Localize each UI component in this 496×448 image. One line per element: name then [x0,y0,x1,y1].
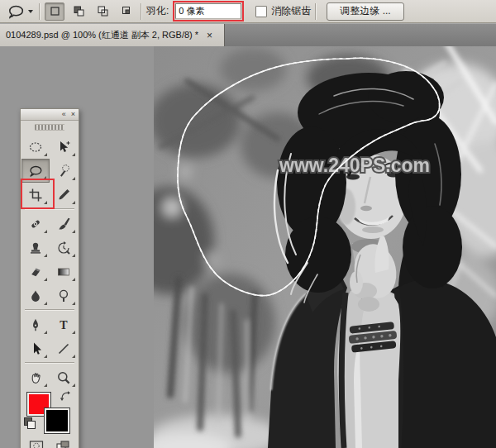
elliptical-marquee-icon [28,140,43,155]
eraser-icon [28,265,43,279]
screen-mode-icon [55,439,71,448]
pen-icon [28,317,43,332]
screen-mode-button[interactable] [52,437,74,448]
eyedropper-icon [56,188,71,203]
path-selection-tool[interactable] [21,336,50,360]
add-to-selection-icon [72,4,86,18]
quick-selection-icon [56,164,71,179]
subtract-from-selection-icon [96,4,110,18]
new-selection-icon [48,4,62,18]
photoshop-window: { "options_bar": { "active_tool": "lasso… [0,0,496,448]
tool-preset-dropdown-icon[interactable] [28,10,33,13]
separator [39,3,41,20]
bracelets [347,322,398,353]
dodge-icon [56,288,71,303]
move-icon [56,140,71,155]
pen-tool[interactable] [21,312,50,336]
crop-icon [28,188,43,203]
feather-annotation-box [173,1,244,21]
document-tab-bar: 0104289.psd @ 100% (红通道 副本 2, RGB/8) * × [0,23,496,46]
hand-icon [28,370,43,385]
panel-bottom-buttons [21,434,79,448]
intersect-with-selection-button[interactable] [117,2,136,21]
tools-panel-titlebar[interactable]: « × [21,109,79,121]
quick-mask-icon [28,439,45,448]
zoom-tool[interactable] [50,365,78,389]
blur-tool[interactable] [21,284,50,307]
zoom-icon [56,370,71,385]
gradient-tool[interactable] [50,260,78,284]
color-swatches [21,389,79,434]
active-tool-preview[interactable] [4,3,35,20]
subtract-from-selection-button[interactable] [93,2,112,21]
quick-selection-tool[interactable] [50,159,78,183]
new-selection-button[interactable] [45,2,64,21]
history-brush-tool[interactable] [50,236,78,260]
antialias-label: 消除锯齿 [271,4,311,18]
blur-icon [28,288,43,303]
intersect-with-selection-icon [120,4,134,18]
line-tool[interactable] [50,336,78,360]
photo-image: www.240PS.com [154,46,496,448]
separator [315,3,317,20]
tools-panel: « × [20,108,79,448]
spot-healing-brush-tool[interactable] [21,212,50,236]
feather-input[interactable] [175,3,241,19]
eraser-tool[interactable] [21,260,50,284]
tool-group-separator [25,309,74,311]
crop-tool[interactable] [21,183,50,207]
clone-stamp-icon [28,241,43,255]
brush-tool[interactable] [50,212,78,236]
document-tab[interactable]: 0104289.psd @ 100% (红通道 副本 2, RGB/8) * × [0,24,225,46]
path-selection-icon [28,341,43,356]
antialias-checkbox[interactable] [255,6,267,17]
tool-group-separator [25,362,74,364]
elliptical-marquee-tool[interactable] [21,135,50,159]
eyedropper-tool[interactable] [50,183,78,207]
close-panel-icon[interactable]: × [71,111,75,118]
history-brush-icon [56,241,71,255]
lasso-icon [6,3,26,20]
collapse-panel-icon[interactable]: « [62,111,66,118]
svg-text:T: T [60,318,68,331]
watermark: www.240PS.com [279,155,430,176]
document-title: 0104289.psd @ 100% (红通道 副本 2, RGB/8) * [6,29,198,41]
tools-grid: T [21,133,79,389]
tool-group-separator [25,208,74,210]
lasso-tool[interactable] [21,159,50,183]
gradient-icon [56,265,71,279]
move-tool[interactable] [50,135,78,159]
swap-colors-icon[interactable] [60,390,71,402]
tab-close-icon[interactable]: × [207,31,212,41]
canvas[interactable]: www.240PS.com [154,46,496,448]
lasso-icon [28,164,43,179]
clone-stamp-tool[interactable] [21,236,50,260]
quick-mask-mode-button[interactable] [26,437,48,448]
feather-label: 羽化: [146,4,169,18]
separator [141,3,142,20]
spot-healing-brush-icon [28,217,43,231]
panel-gripper[interactable] [21,121,79,133]
background-color-swatch[interactable] [44,407,70,434]
tool-options-bar: 羽化: 消除锯齿 调整边缘 ... [0,0,496,23]
brush-icon [56,217,71,231]
horizontal-type-tool[interactable]: T [50,312,78,336]
line-icon [56,341,71,356]
refine-edge-button[interactable]: 调整边缘 ... [327,2,403,21]
add-to-selection-button[interactable] [69,2,88,21]
default-colors-icon[interactable] [24,417,36,429]
horizontal-type-icon: T [56,317,71,332]
dodge-tool[interactable] [50,284,78,307]
hand-tool[interactable] [21,365,50,389]
